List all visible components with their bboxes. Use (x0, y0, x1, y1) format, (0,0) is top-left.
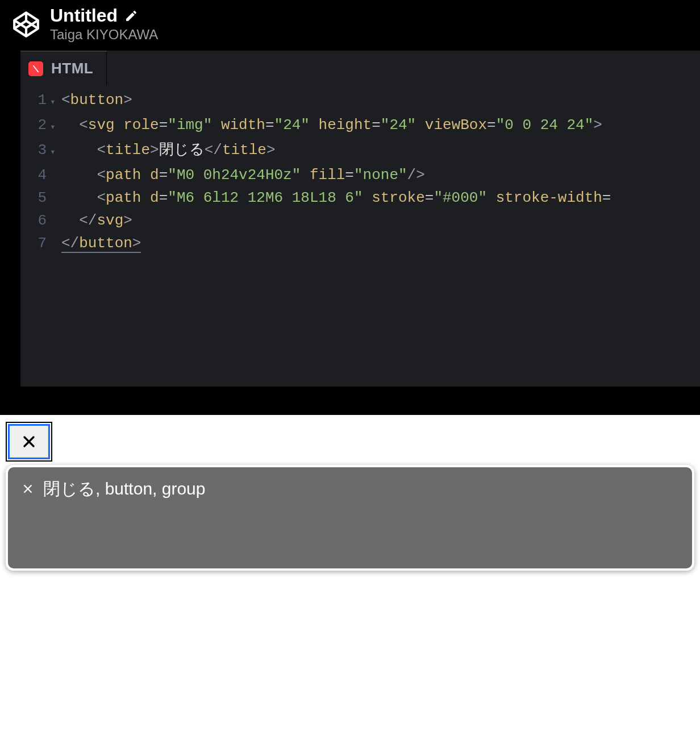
editor-tab-bar: HTML (20, 51, 700, 85)
html-badge-icon (28, 61, 43, 76)
app-header: Untitled Taiga KIYOKAWA (0, 0, 700, 51)
line-number: 6 (20, 209, 50, 232)
close-icon (20, 481, 35, 496)
tab-label: HTML (51, 60, 93, 77)
pen-title[interactable]: Untitled (50, 6, 118, 26)
code-editor[interactable]: 1▾<button>2▾ <svg role="img" width="24" … (20, 85, 700, 387)
code-content: </button> (61, 232, 700, 255)
line-number: 1 (20, 89, 50, 114)
accessibility-tooltip: 閉じる, button, group (6, 465, 694, 571)
code-line[interactable]: 3▾ <title>閉じる</title> (20, 139, 700, 164)
fold-caret-icon[interactable]: ▾ (50, 114, 61, 139)
edit-title-icon[interactable] (124, 9, 138, 23)
title-block: Untitled Taiga KIYOKAWA (50, 6, 158, 43)
editor-bottom-bar (0, 390, 700, 415)
close-icon (20, 433, 38, 451)
code-content: <svg role="img" width="24" height="24" v… (61, 114, 700, 139)
code-line[interactable]: 5 <path d="M6 6l12 12M6 18L18 6" stroke=… (20, 186, 700, 209)
code-line[interactable]: 2▾ <svg role="img" width="24" height="24… (20, 114, 700, 139)
code-content: </svg> (61, 209, 700, 232)
code-line[interactable]: 4 <path d="M0 0h24v24H0z" fill="none"/> (20, 164, 700, 186)
fold-caret-icon[interactable]: ▾ (50, 139, 61, 164)
fold-caret-icon (50, 164, 61, 186)
code-line[interactable]: 7</button> (20, 232, 700, 255)
codepen-logo-icon[interactable] (10, 9, 42, 40)
line-number: 4 (20, 164, 50, 186)
tooltip-text: 閉じる, button, group (43, 477, 205, 501)
preview-pane: 閉じる, button, group (0, 415, 700, 722)
code-line[interactable]: 6 </svg> (20, 209, 700, 232)
close-button[interactable] (8, 424, 50, 459)
line-number: 7 (20, 232, 50, 255)
line-number: 3 (20, 139, 50, 164)
fold-caret-icon (50, 209, 61, 232)
tab-html[interactable]: HTML (20, 51, 107, 85)
preview-button-focus-ring (6, 422, 52, 462)
editor-section: HTML 1▾<button>2▾ <svg role="img" width=… (0, 51, 700, 390)
code-content: <button> (61, 89, 700, 114)
fold-caret-icon[interactable]: ▾ (50, 89, 61, 114)
code-content: <path d="M6 6l12 12M6 18L18 6" stroke="#… (61, 186, 700, 209)
author-name[interactable]: Taiga KIYOKAWA (50, 27, 158, 43)
code-line[interactable]: 1▾<button> (20, 89, 700, 114)
fold-caret-icon (50, 186, 61, 209)
line-number: 5 (20, 186, 50, 209)
code-content: <title>閉じる</title> (61, 139, 700, 164)
code-content: <path d="M0 0h24v24H0z" fill="none"/> (61, 164, 700, 186)
fold-caret-icon (50, 232, 61, 255)
line-number: 2 (20, 114, 50, 139)
